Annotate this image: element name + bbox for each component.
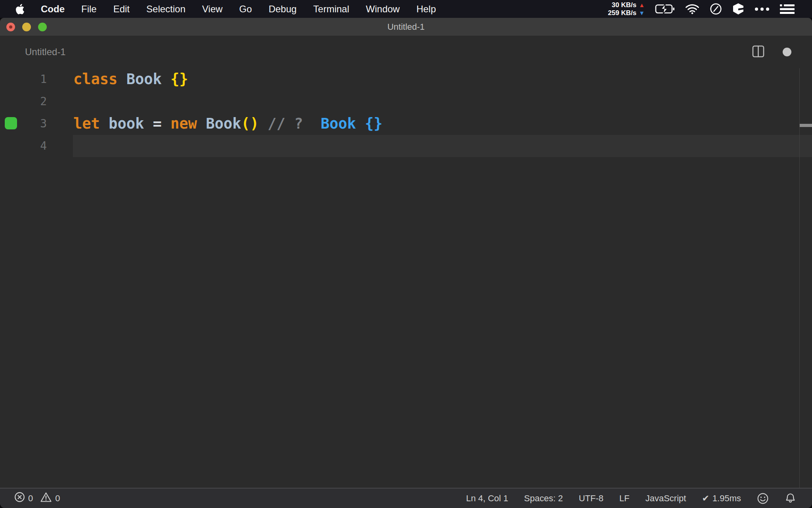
zoom-button[interactable]	[38, 23, 47, 31]
exec-time-value: 1.95ms	[712, 493, 741, 504]
language-mode[interactable]: JavaScript	[645, 493, 686, 504]
paren-token: ()	[241, 115, 268, 132]
notifications-bell-icon[interactable]	[785, 493, 796, 504]
quokka-coverage-marker	[5, 117, 17, 129]
current-line-highlight	[73, 135, 812, 157]
download-arrow-icon: ▼	[639, 9, 645, 17]
menu-file[interactable]: File	[81, 4, 97, 15]
menu-selection[interactable]: Selection	[146, 4, 186, 15]
menu-code[interactable]: Code	[41, 4, 65, 15]
keyword-token: let	[73, 115, 109, 132]
list-menu-icon[interactable]	[780, 4, 795, 14]
quokka-exec-time[interactable]: ✔ 1.95ms	[702, 493, 741, 504]
error-count: 0	[28, 493, 33, 504]
warning-icon	[40, 492, 52, 505]
menu-edit[interactable]: Edit	[113, 4, 130, 15]
operator-token: =	[153, 115, 171, 132]
menu-help[interactable]: Help	[416, 4, 436, 15]
line-number: 1	[0, 68, 47, 90]
traffic-lights	[6, 23, 47, 31]
quokka-inline-result: Book {}	[321, 115, 383, 132]
statusbar-right: Ln 4, Col 1 Spaces: 2 UTF-8 LF JavaScrip…	[466, 493, 796, 504]
editor-header: Untitled-1	[0, 36, 812, 68]
menubar-menus: Code File Edit Selection View Go Debug T…	[16, 4, 436, 15]
minimize-button[interactable]	[22, 23, 31, 31]
upload-speed: 30 KB/s	[612, 1, 636, 9]
line-number: 4	[0, 135, 47, 157]
window-title: Untitled-1	[0, 18, 812, 36]
keyword-token: class	[73, 71, 126, 88]
class-name-token: Book	[126, 71, 170, 88]
close-button[interactable]	[6, 23, 15, 31]
code-line-3[interactable]: 3 let book = new Book() // ? Book {}	[0, 113, 812, 135]
code-line-2[interactable]: 2	[0, 90, 812, 113]
macos-menubar: Code File Edit Selection View Go Debug T…	[0, 0, 812, 18]
code-editor[interactable]: 1 class Book {} 2 3 let book = new Book(…	[0, 68, 812, 488]
download-speed: 259 KB/s	[608, 9, 636, 17]
keyword-token: new	[170, 115, 206, 132]
brace-token: {}	[170, 71, 188, 88]
check-icon: ✔	[702, 493, 709, 504]
wifi-icon[interactable]	[685, 4, 699, 14]
battery-charging-icon[interactable]	[655, 4, 675, 14]
code-line-4[interactable]: 4	[0, 135, 812, 157]
code-text: let book = new Book() // ? Book {}	[47, 113, 383, 135]
code-line-1[interactable]: 1 class Book {}	[0, 68, 812, 90]
indentation-setting[interactable]: Spaces: 2	[524, 493, 563, 504]
menubar-status-icons: 30 KB/s ▲ 259 KB/s ▼	[608, 1, 812, 17]
file-encoding[interactable]: UTF-8	[579, 493, 603, 504]
warning-count: 0	[55, 493, 60, 504]
apple-menu-icon[interactable]	[16, 4, 24, 14]
problems-indicator[interactable]: 0 0	[14, 492, 60, 505]
editor-file-title: Untitled-1	[25, 46, 66, 58]
overview-ruler-marker	[800, 124, 812, 127]
cube-app-icon[interactable]	[732, 3, 744, 15]
cursor-position[interactable]: Ln 4, Col 1	[466, 493, 508, 504]
split-editor-icon[interactable]	[752, 45, 764, 59]
menu-terminal[interactable]: Terminal	[313, 4, 349, 15]
class-name-token: Book	[206, 115, 241, 132]
line-number: 2	[0, 90, 47, 113]
menu-go[interactable]: Go	[239, 4, 252, 15]
eol-setting[interactable]: LF	[619, 493, 630, 504]
overview-ruler[interactable]	[799, 68, 812, 488]
error-icon	[14, 492, 25, 505]
menu-view[interactable]: View	[202, 4, 223, 15]
menu-window[interactable]: Window	[366, 4, 400, 15]
feedback-smiley-icon[interactable]	[757, 493, 769, 504]
editor-actions	[752, 45, 791, 59]
unsaved-changes-dot[interactable]	[783, 48, 791, 56]
comment-token: //	[268, 115, 294, 132]
upload-arrow-icon: ▲	[639, 1, 645, 9]
variable-token: book	[109, 115, 153, 132]
menu-debug[interactable]: Debug	[268, 4, 297, 15]
statusbar: 0 0 Ln 4, Col 1 Spaces: 2 UTF-8 LF JavaS…	[0, 488, 812, 508]
timer-circle-slash-icon[interactable]	[710, 3, 722, 15]
code-text: class Book {}	[47, 68, 188, 90]
network-speed-indicator[interactable]: 30 KB/s ▲ 259 KB/s ▼	[608, 1, 645, 17]
vscode-window: Untitled-1 Untitled-1 1 class Book {} 2 …	[0, 18, 812, 508]
window-titlebar[interactable]: Untitled-1	[0, 18, 812, 36]
more-menu-icon[interactable]	[755, 7, 770, 11]
quokka-probe-token: ?	[294, 115, 321, 132]
